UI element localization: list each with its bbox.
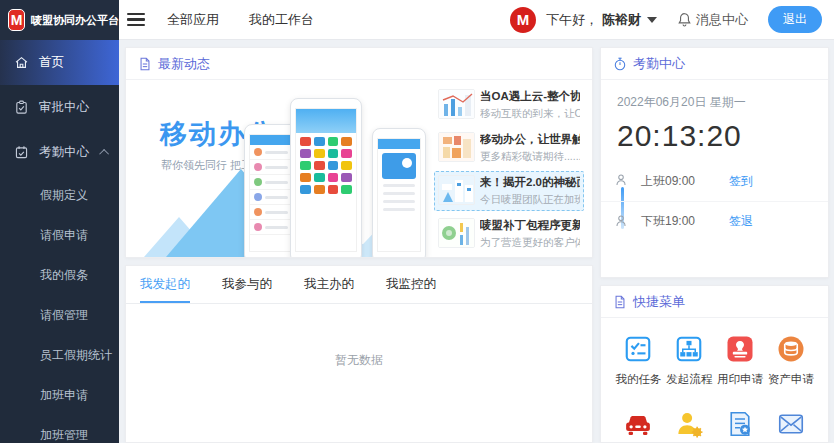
phone-mockup bbox=[372, 128, 426, 257]
news-item[interactable]: 移动办公，让世界触手可 更多精彩敬请期待........ bbox=[434, 128, 584, 168]
news-desc: 移动互联的到来，让OA与云 bbox=[480, 107, 580, 121]
chevron-up-icon bbox=[99, 149, 109, 159]
main-content: 最新动态 移动办公 帮你领先同行 把工作带出办公室 bbox=[119, 40, 834, 443]
header-bar: 全部应用 我的工作台 M 下午好，陈裕财 消息中心 退出 bbox=[119, 0, 834, 40]
empty-state: 暂无数据 bbox=[126, 304, 592, 369]
quick-item-seal-request[interactable]: 用印申请 bbox=[715, 334, 766, 387]
contract-icon bbox=[725, 409, 755, 439]
check-out-label: 下班19:00 bbox=[641, 213, 729, 230]
news-thumbnail bbox=[438, 175, 475, 205]
attendance-date: 2022年06月20日 星期一 bbox=[601, 80, 828, 111]
sidebar-subitem-leave-request[interactable]: 请假申请 bbox=[0, 215, 119, 255]
quick-menu-panel: 快捷菜单 我的任务 发起流程 用印申请 bbox=[600, 285, 829, 443]
news-item-selected[interactable]: 来！揭开2.0的神秘面纱- 今日唛盟团队正在加班加点, bbox=[434, 171, 584, 211]
document-icon bbox=[138, 57, 152, 71]
news-desc: 今日唛盟团队正在加班加点, bbox=[480, 193, 580, 207]
panel-title: 最新动态 bbox=[158, 55, 210, 73]
sidebar-subitem-holiday-definition[interactable]: 假期定义 bbox=[0, 175, 119, 215]
latest-news-header: 最新动态 bbox=[126, 48, 592, 80]
brand-area: M 唛盟协同办公平台 bbox=[0, 0, 119, 40]
task-list-icon bbox=[623, 334, 653, 364]
tab-hosted-by-me[interactable]: 我主办的 bbox=[304, 266, 354, 303]
panel-title: 考勤中心 bbox=[633, 55, 685, 73]
calendar-icon bbox=[14, 145, 29, 160]
sidebar-item-label: 审批中心 bbox=[39, 99, 89, 116]
check-out-link[interactable]: 签退 bbox=[729, 213, 753, 230]
hamburger-icon[interactable] bbox=[127, 13, 145, 27]
nav-all-apps[interactable]: 全部应用 bbox=[167, 11, 219, 29]
app-title: 唛盟协同办公平台 bbox=[31, 13, 119, 28]
tab-monitored-by-me[interactable]: 我监控的 bbox=[386, 266, 436, 303]
tab-participated-by-me[interactable]: 我参与的 bbox=[222, 266, 272, 303]
quick-item-my-tasks[interactable]: 我的任务 bbox=[613, 334, 664, 387]
news-title: 来！揭开2.0的神秘面纱- bbox=[480, 175, 580, 190]
meeting-icon bbox=[674, 409, 704, 439]
quick-item-start-flow[interactable]: 发起流程 bbox=[664, 334, 715, 387]
stamp-icon bbox=[725, 334, 755, 364]
nav-my-workbench[interactable]: 我的工作台 bbox=[249, 11, 314, 29]
header-right: M 下午好，陈裕财 消息中心 退出 bbox=[510, 6, 822, 33]
top-header: M 唛盟协同办公平台 全部应用 我的工作台 M 下午好，陈裕财 消息中心 退出 bbox=[0, 0, 834, 40]
home-icon bbox=[14, 55, 29, 70]
top-nav: 全部应用 我的工作台 bbox=[167, 11, 314, 29]
news-thumbnail bbox=[438, 89, 475, 119]
person-icon bbox=[614, 173, 628, 187]
news-title: 唛盟补丁包程序更新 bbox=[480, 218, 580, 233]
news-desc: 为了营造更好的客户体验，唛 bbox=[480, 236, 580, 250]
news-item[interactable]: 唛盟补丁包程序更新 为了营造更好的客户体验，唛 bbox=[434, 214, 584, 254]
car-icon bbox=[623, 409, 653, 439]
sidebar-subitem-leave-management[interactable]: 请假管理 bbox=[0, 295, 119, 335]
avatar[interactable]: M bbox=[510, 7, 536, 33]
quick-item-label: 发起流程 bbox=[666, 372, 712, 387]
attendance-header: 考勤中心 bbox=[601, 48, 828, 80]
news-desc: 更多精彩敬请期待........ bbox=[480, 150, 580, 164]
task-tabs: 我发起的 我参与的 我主办的 我监控的 bbox=[126, 266, 592, 304]
username: 陈裕财 bbox=[602, 11, 641, 29]
news-item[interactable]: 当OA遇上云-整个协同OA 移动互联的到来，让OA与云 bbox=[434, 85, 584, 125]
person-icon bbox=[614, 214, 628, 228]
asset-icon bbox=[776, 334, 806, 364]
quick-item-vehicle-request[interactable]: 用车申请 bbox=[613, 409, 664, 443]
quick-menu-header: 快捷菜单 bbox=[601, 286, 828, 318]
phone-mockup bbox=[290, 98, 362, 257]
quick-menu-grid: 我的任务 发起流程 用印申请 资产申请 bbox=[601, 318, 828, 443]
quick-item-asset-request[interactable]: 资产申请 bbox=[765, 334, 816, 387]
message-center-label: 消息中心 bbox=[696, 11, 748, 29]
news-title: 移动办公，让世界触手可 bbox=[480, 132, 580, 147]
logout-button[interactable]: 退出 bbox=[768, 6, 822, 33]
sidebar-item-approval-center[interactable]: 审批中心 bbox=[0, 85, 119, 130]
latest-news-panel: 最新动态 移动办公 帮你领先同行 把工作带出办公室 bbox=[125, 47, 593, 258]
sidebar: 首页 审批中心 考勤中心 假期定义 请假申请 我的假条 请假管理 员工假期统计 … bbox=[0, 40, 119, 443]
quick-item-label: 我的任务 bbox=[615, 372, 661, 387]
check-in-link[interactable]: 签到 bbox=[729, 173, 753, 190]
quick-item-meeting-request[interactable]: 会议申请 bbox=[664, 409, 715, 443]
sidebar-item-label: 首页 bbox=[39, 54, 64, 71]
greeting-text: 下午好， bbox=[546, 11, 598, 29]
check-out-row: 下班19:00 签退 bbox=[601, 201, 828, 241]
news-title: 当OA遇上云-整个协同OA bbox=[480, 89, 580, 104]
document-icon bbox=[613, 295, 627, 309]
bell-icon bbox=[677, 12, 692, 27]
sidebar-subitem-employee-holiday-stats[interactable]: 员工假期统计 bbox=[0, 335, 119, 375]
stopwatch-icon bbox=[613, 57, 627, 71]
sidebar-item-label: 考勤中心 bbox=[39, 144, 89, 161]
attendance-panel: 考勤中心 2022年06月20日 星期一 20:13:20 上班09:00 签到… bbox=[600, 47, 829, 278]
app-logo: M bbox=[8, 9, 25, 31]
sidebar-item-home[interactable]: 首页 bbox=[0, 40, 119, 85]
quick-item-new-contract[interactable]: 新建合同 bbox=[715, 409, 766, 443]
sidebar-item-attendance-center[interactable]: 考勤中心 bbox=[0, 130, 119, 175]
carousel-slide[interactable]: 移动办公 帮你领先同行 把工作带出办公室 bbox=[126, 80, 432, 257]
quick-item-new-mail[interactable]: 新建邮件 bbox=[765, 409, 816, 443]
user-menu[interactable]: 下午好，陈裕财 bbox=[546, 11, 657, 29]
news-list: 当OA遇上云-整个协同OA 移动互联的到来，让OA与云 移动办公，让世界触手可 … bbox=[432, 80, 592, 257]
attendance-timeline: 上班09:00 签到 下班19:00 签退 bbox=[601, 159, 828, 241]
clipboard-icon bbox=[14, 100, 29, 115]
mail-icon bbox=[776, 409, 806, 439]
tab-initiated-by-me[interactable]: 我发起的 bbox=[140, 266, 190, 303]
phone-mockups bbox=[244, 98, 426, 257]
sidebar-subitem-overtime-request[interactable]: 加班申请 bbox=[0, 375, 119, 415]
check-in-label: 上班09:00 bbox=[641, 173, 729, 190]
message-center[interactable]: 消息中心 bbox=[677, 11, 748, 29]
sidebar-subitem-my-leave-slips[interactable]: 我的假条 bbox=[0, 255, 119, 295]
sidebar-subitem-overtime-management[interactable]: 加班管理 bbox=[0, 415, 119, 443]
